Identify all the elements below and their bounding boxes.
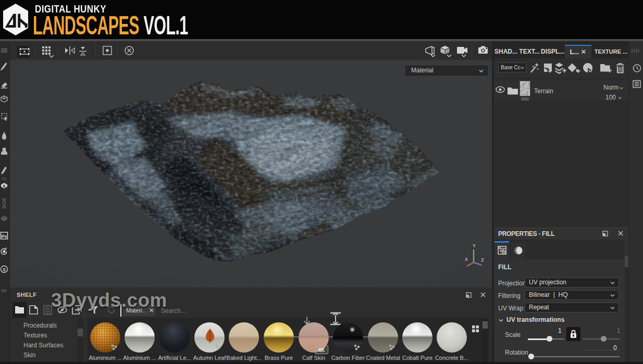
svg-text:S: S <box>3 184 6 189</box>
svg-text:Y: Y <box>473 243 476 248</box>
svg-text:Ps: Ps <box>1 234 7 239</box>
svg-text:X: X <box>465 257 468 262</box>
svg-text:S: S <box>3 267 6 272</box>
svg-text:Z: Z <box>481 257 484 262</box>
